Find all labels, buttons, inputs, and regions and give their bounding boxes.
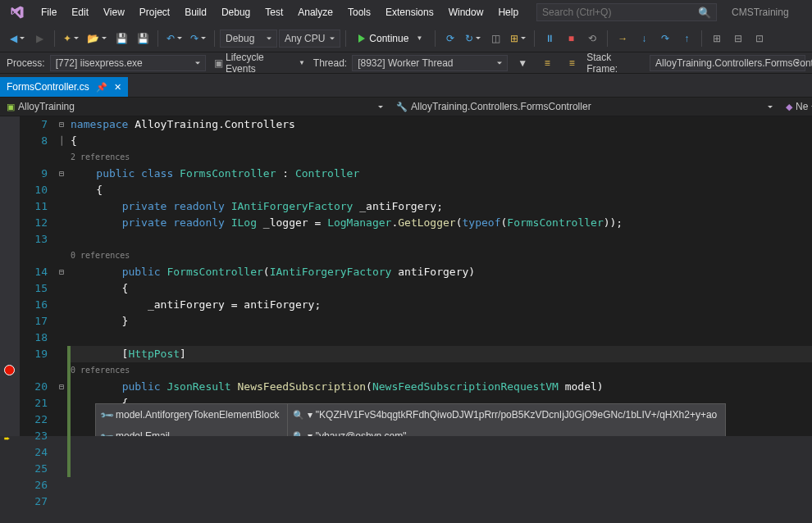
redo-button[interactable]: ↷ xyxy=(187,29,209,48)
step-into-button[interactable]: ↓ xyxy=(634,29,654,48)
code-editor[interactable]: ➨ 78 91011 1213 141516 171819 2021 22232… xyxy=(0,116,812,436)
stop-button[interactable]: ■ xyxy=(561,29,581,48)
nav-class[interactable]: 🔧 AlloyTraining.Controllers.FormsControl… xyxy=(390,98,779,116)
tab-formscontroller[interactable]: FormsController.cs 📌 ✕ xyxy=(0,77,128,97)
menu-project[interactable]: Project xyxy=(133,3,176,21)
step-over-button[interactable]: ↷ xyxy=(655,29,675,48)
menu-window[interactable]: Window xyxy=(442,3,490,21)
new-button[interactable]: ✦ xyxy=(60,29,82,48)
standard-toolbar: ◀ ▶ ✦ 📂 💾 💾 ↶ ↷ Debug Any CPU Continue ▼… xyxy=(0,25,812,52)
open-button[interactable]: 📂 xyxy=(84,29,110,48)
code-text[interactable]: namespace AlloyTraining.Controllers { 2 … xyxy=(71,116,812,436)
layout2-button[interactable]: ⊟ xyxy=(728,29,748,48)
save-all-button[interactable]: 💾 xyxy=(133,29,153,48)
browser-link-button[interactable]: ⟳ xyxy=(440,29,460,48)
debug-datatip[interactable]: 🔧model.AntiforgeryTokenElementBlock 🔍▾ "… xyxy=(95,403,726,436)
config-select[interactable]: Debug xyxy=(220,30,277,48)
process-select[interactable]: [772] iisexpress.exe xyxy=(50,55,206,71)
search-input[interactable] xyxy=(542,7,698,18)
stack-label: Stack Frame: xyxy=(586,52,645,75)
menu-help[interactable]: Help xyxy=(491,3,525,21)
menu-debug[interactable]: Debug xyxy=(215,3,257,21)
wrench-icon: 🔧 xyxy=(97,426,116,436)
continue-button[interactable]: Continue ▼ xyxy=(351,29,430,48)
undo-button[interactable]: ↶ xyxy=(163,29,185,48)
menu-extensions[interactable]: Extensions xyxy=(379,3,440,21)
stack-frame-select[interactable]: AlloyTraining.Controllers.FormsContr xyxy=(650,55,805,71)
pause-button[interactable]: ⏸ xyxy=(540,29,559,48)
menu-file[interactable]: File xyxy=(34,3,63,21)
menu-build[interactable]: Build xyxy=(178,3,213,21)
document-tabs: FormsController.cs 📌 ✕ xyxy=(0,74,812,97)
class-icon: 🔧 xyxy=(396,102,408,112)
nav-bar: ▣ AlloyTraining 🔧 AlloyTraining.Controll… xyxy=(0,97,812,116)
debug-location-toolbar: Process: [772] iisexpress.exe ▣ Lifecycl… xyxy=(0,52,812,74)
misc-button[interactable]: ⊞ xyxy=(507,29,529,48)
threads-button[interactable]: ≡ xyxy=(537,53,557,73)
nav-class-label: AlloyTraining.Controllers.FormsControlle… xyxy=(411,101,591,112)
nav-project[interactable]: ▣ AlloyTraining xyxy=(0,98,390,116)
filter-button[interactable]: ▼ xyxy=(513,53,532,73)
pin-icon[interactable]: 📌 xyxy=(96,82,107,93)
datatip-row[interactable]: 🔧model.AntiforgeryTokenElementBlock 🔍▾ "… xyxy=(96,404,725,425)
step-out-button[interactable]: ↑ xyxy=(677,29,696,48)
breakpoint-icon[interactable] xyxy=(4,365,15,375)
refresh-button[interactable]: ↻ xyxy=(462,29,484,48)
menu-test[interactable]: Test xyxy=(258,3,290,21)
lifecycle-events[interactable]: ▣ Lifecycle Events▼ xyxy=(211,53,308,73)
thread-label: Thread: xyxy=(313,57,347,69)
thread-select[interactable]: [8932] Worker Thread xyxy=(352,55,508,71)
save-button[interactable]: 💾 xyxy=(112,29,131,48)
magnify-icon[interactable]: 🔍 xyxy=(293,431,304,436)
continue-label: Continue xyxy=(369,33,408,44)
csharp-project-icon: ▣ xyxy=(7,102,15,112)
search-icon[interactable]: 🔍 xyxy=(698,7,711,19)
line-numbers: 78 91011 1213 141516 171819 2021 222324 … xyxy=(20,116,56,436)
process-label: Process: xyxy=(7,57,45,69)
play-icon xyxy=(358,34,365,43)
tab-label: FormsController.cs xyxy=(7,81,89,93)
method-icon: ◆ xyxy=(786,102,792,112)
execution-pointer-icon: ➨ xyxy=(4,430,10,447)
wrench-icon: 🔧 xyxy=(97,405,116,425)
fold-gutter[interactable]: ⊟│⊟ ⊟⊟ xyxy=(56,116,67,436)
show-next-button[interactable]: → xyxy=(613,29,632,48)
nav-member[interactable]: ◆ Ne xyxy=(779,98,812,116)
close-icon[interactable]: ✕ xyxy=(114,82,121,93)
platform-select[interactable]: Any CPU xyxy=(279,30,340,48)
magnify-icon[interactable]: 🔍 xyxy=(293,410,304,420)
glyph-margin[interactable]: ➨ xyxy=(0,116,20,436)
menu-view[interactable]: View xyxy=(97,3,131,21)
datatip-row[interactable]: 🔧model.Email 🔍▾ "vbauz@oshyn.com" xyxy=(96,425,725,436)
quick-launch[interactable]: 🔍 xyxy=(536,3,717,21)
menu-analyze[interactable]: Analyze xyxy=(291,3,340,21)
nav-fwd-button[interactable]: ▶ xyxy=(30,29,49,48)
restart-button[interactable]: ⟲ xyxy=(582,29,602,48)
screenshot-button[interactable]: ◫ xyxy=(486,29,505,48)
solution-name: CMSTraining xyxy=(732,7,789,18)
layout1-button[interactable]: ⊞ xyxy=(707,29,727,48)
menu-tools[interactable]: Tools xyxy=(341,3,377,21)
menu-edit[interactable]: Edit xyxy=(65,3,95,21)
threads2-button[interactable]: ≡ xyxy=(562,53,582,73)
menu-bar: File Edit View Project Build Debug Test … xyxy=(0,0,812,25)
nav-member-label: Ne xyxy=(796,101,808,112)
layout3-button[interactable]: ⊡ xyxy=(750,29,769,48)
nav-project-label: AlloyTraining xyxy=(18,101,75,112)
vs-logo[interactable] xyxy=(7,2,28,23)
nav-back-button[interactable]: ◀ xyxy=(7,29,28,48)
